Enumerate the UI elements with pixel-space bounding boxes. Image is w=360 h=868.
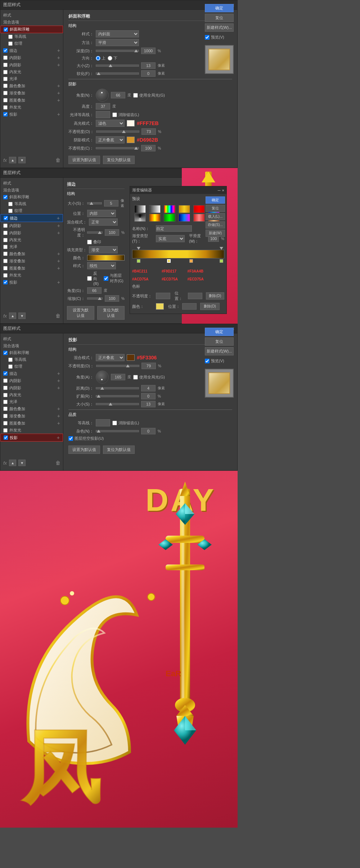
style-innershadow1-3[interactable]: 内阴影 +	[0, 377, 63, 384]
stroke-size-input[interactable]	[104, 200, 118, 207]
size-thumb-3[interactable]	[109, 403, 112, 406]
gradoverlay-checkbox-3[interactable]	[3, 414, 8, 418]
grad-type-select[interactable]: 实底	[156, 235, 185, 242]
coloroverlay-checkbox-3[interactable]	[3, 407, 8, 411]
opacity-slider-2[interactable]	[87, 231, 103, 234]
angle-dial[interactable]	[96, 89, 109, 102]
patternoverlay-checkbox[interactable]	[3, 98, 8, 102]
dropshadow-checkbox-2[interactable]	[3, 280, 8, 284]
gradoverlay-checkbox-2[interactable]	[3, 259, 8, 263]
patternoverlay-checkbox-2[interactable]	[3, 266, 8, 270]
coloroverlay-checkbox[interactable]	[3, 84, 8, 88]
opacity-thumb-3[interactable]	[126, 364, 130, 367]
style-coloroverlay-3[interactable]: 颜色叠加 +	[0, 405, 63, 412]
stroke-plus-2[interactable]: +	[57, 215, 60, 221]
innerglow-checkbox-2[interactable]	[3, 238, 8, 242]
delete-style-btn-3[interactable]: 🗑	[55, 460, 60, 466]
outerglow-checkbox-2[interactable]	[3, 273, 8, 278]
satin-checkbox-3[interactable]	[3, 400, 8, 404]
texture-checkbox[interactable]	[8, 41, 13, 46]
reverse-label[interactable]: 反向(R)	[87, 271, 100, 286]
angle-input-2[interactable]	[87, 287, 102, 294]
style-patternoverlay[interactable]: 图案叠加 +	[0, 97, 63, 104]
contour-checkbox[interactable]	[8, 35, 13, 39]
style-satin[interactable]: 光泽	[0, 75, 63, 82]
style-texture-2[interactable]: 纹理	[0, 207, 63, 214]
gradient-bar[interactable]	[87, 255, 125, 261]
preset-9[interactable]	[164, 214, 175, 222]
depth-thumb[interactable]	[134, 49, 138, 52]
dir-up-radio[interactable]	[96, 56, 100, 61]
innershadow2-checkbox-3[interactable]	[3, 386, 8, 390]
style-select[interactable]: 内斜面	[96, 30, 139, 37]
preview-label-1[interactable]: 预览(V)	[205, 35, 234, 40]
style-innerglow[interactable]: 内发光	[0, 68, 63, 75]
dropshadow-checkbox[interactable]	[3, 112, 8, 116]
highlight-opacity-slider[interactable]	[96, 130, 139, 133]
style-outerglow-2[interactable]: 外发光	[0, 272, 63, 279]
size-slider[interactable]	[96, 65, 139, 67]
dropshadow-plus[interactable]: +	[57, 111, 60, 117]
style-select-2[interactable]: 线性	[87, 262, 116, 269]
style-innershadow1[interactable]: 内阴影 +	[0, 54, 63, 61]
style-innerglow-2[interactable]: 内发光	[0, 236, 63, 243]
dir-up-label[interactable]: 上	[96, 56, 105, 61]
color-stop-1[interactable]	[137, 259, 140, 263]
reset-btn-1[interactable]: 复位	[205, 14, 234, 22]
shadow-mode-select[interactable]: 正片叠底	[96, 136, 125, 143]
style-contour[interactable]: 等高线	[0, 33, 63, 40]
gradient-strip[interactable]	[132, 250, 224, 258]
style-contour-2[interactable]: 等高线	[0, 200, 63, 207]
color-stop-swatch[interactable]	[156, 303, 164, 310]
highlight-opacity-input[interactable]	[141, 128, 156, 135]
spread-input[interactable]	[141, 393, 156, 399]
altitude-input[interactable]	[96, 103, 110, 110]
shadow-opacity-thumb[interactable]	[134, 147, 138, 150]
use-global-3[interactable]: 使用全局光(G)	[133, 375, 165, 380]
style-texture-3[interactable]: 纹理	[0, 363, 63, 370]
preset-5[interactable]	[193, 205, 205, 213]
spread-thumb[interactable]	[97, 395, 100, 398]
anti-alias-checkbox[interactable]	[112, 112, 117, 117]
color-stop-2[interactable]	[167, 259, 171, 263]
move-up-btn[interactable]: ▲	[9, 157, 16, 163]
innerglow-checkbox[interactable]	[3, 70, 8, 74]
grad-name-input[interactable]	[156, 225, 192, 232]
soften-input[interactable]	[141, 70, 156, 77]
highlight-opacity-thumb[interactable]	[122, 130, 126, 133]
anti-alias-checkbox-3[interactable]	[112, 421, 117, 425]
opacity-input-2[interactable]	[105, 229, 119, 236]
scale-thumb[interactable]	[98, 297, 102, 300]
dir-down-radio[interactable]	[108, 56, 112, 61]
set-default-btn-2[interactable]: 设置为默认值	[67, 306, 94, 320]
texture-checkbox-3[interactable]	[8, 364, 13, 369]
overprint-checkbox[interactable]	[87, 240, 92, 244]
satin-checkbox-2[interactable]	[3, 245, 8, 249]
location-input[interactable]	[188, 293, 202, 299]
preset-2[interactable]	[149, 205, 161, 213]
innershadow2-checkbox[interactable]	[3, 63, 8, 67]
gradoverlay-plus[interactable]: +	[57, 90, 60, 96]
position-select[interactable]: 内部	[87, 210, 116, 217]
overprint-label[interactable]: 叠印	[87, 239, 101, 245]
stroke-checkbox-2[interactable]	[4, 216, 8, 220]
style-outerglow[interactable]: 外发光	[0, 104, 63, 111]
gradient-editor-close[interactable]: ×	[222, 188, 224, 192]
grad-new-btn[interactable]: 新建(W)	[206, 230, 225, 237]
blend-options-3[interactable]: 混合选项	[0, 342, 63, 349]
grad-reset-btn[interactable]: 复位	[206, 205, 225, 212]
contour-checkbox-3[interactable]	[8, 358, 13, 362]
noise-slider[interactable]	[96, 430, 139, 432]
style-bevel-2[interactable]: 斜面和浮雕	[0, 194, 63, 200]
preset-4[interactable]	[179, 205, 190, 213]
opacity-stop-input[interactable]	[156, 293, 170, 299]
align-label[interactable]: 与图层对齐(G)	[104, 273, 125, 284]
preset-11[interactable]	[193, 214, 205, 222]
bevel-checkbox[interactable]	[4, 27, 8, 32]
style-stroke-2[interactable]: 描边 +	[0, 214, 63, 222]
preset-1[interactable]	[134, 205, 146, 213]
style-coloroverlay-2[interactable]: 颜色叠加 +	[0, 250, 63, 257]
blend-options-2[interactable]: 混合选项	[0, 187, 63, 194]
blend-options[interactable]: 混合选项	[0, 19, 63, 26]
ok-btn-1[interactable]: 确定	[205, 4, 234, 12]
